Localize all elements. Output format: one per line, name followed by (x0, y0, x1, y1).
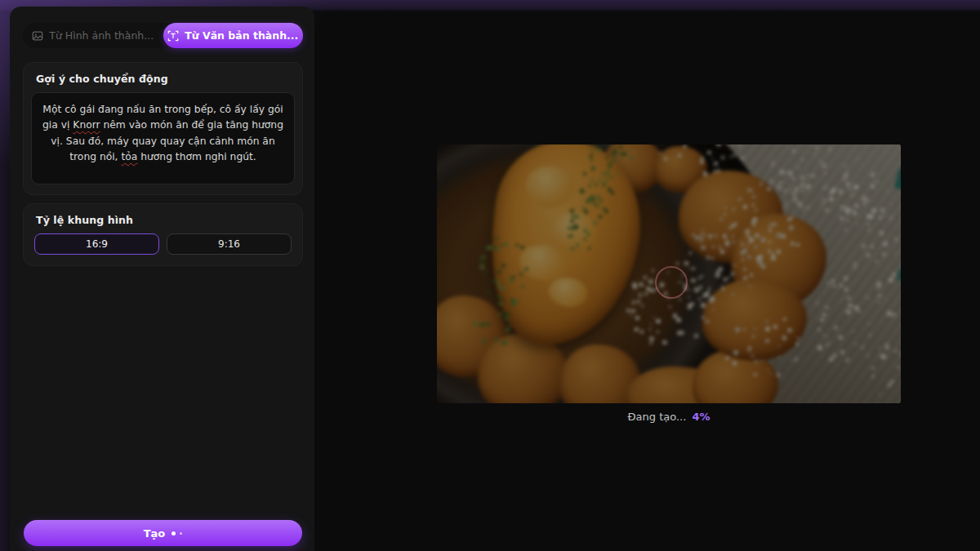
motion-prompt-input[interactable]: Một cô gái đang nấu ăn trong bếp, cô ấy … (31, 92, 295, 184)
sidebar-spacer (23, 266, 303, 520)
motion-prompt-card: Gợi ý cho chuyển động Một cô gái đang nấ… (23, 62, 303, 195)
tab-text-to-video[interactable]: Từ Văn bản thành... (163, 23, 304, 48)
sidebar-panel: Từ Hình ảnh thành... Từ Văn bản thành...… (10, 7, 314, 551)
aspect-option-9-16[interactable]: 9:16 (167, 233, 292, 255)
focus-ring-indicator (655, 266, 688, 299)
generate-button-label: Tạo (144, 527, 166, 540)
text-frame-icon (167, 30, 179, 42)
misspelled-word: tỏa (121, 151, 137, 162)
tab-image-to-video[interactable]: Từ Hình ảnh thành... (23, 23, 163, 48)
tab-label: Từ Hình ảnh thành... (49, 29, 154, 42)
status-text: Đang tạo... (628, 411, 687, 423)
aspect-option-16-9[interactable]: 16:9 (34, 233, 159, 255)
video-preview[interactable] (437, 144, 901, 403)
misspelled-word: Knorr (73, 119, 100, 131)
status-percent: 4% (692, 411, 710, 423)
loading-dots-icon (172, 531, 182, 535)
aspect-ratio-card: Tỷ lệ khung hình 16:9 9:16 (23, 203, 303, 266)
generate-button[interactable]: Tạo (24, 520, 302, 546)
tab-label: Từ Văn bản thành... (185, 29, 298, 42)
prompt-text: hương thơm nghi ngút. (137, 151, 256, 162)
motion-prompt-label: Gợi ý cho chuyển động (36, 73, 295, 85)
aspect-ratio-label: Tỷ lệ khung hình (36, 214, 295, 226)
mode-tabs: Từ Hình ảnh thành... Từ Văn bản thành... (23, 23, 303, 48)
image-icon (32, 30, 43, 42)
generation-status: Đang tạo...4% (437, 411, 901, 423)
